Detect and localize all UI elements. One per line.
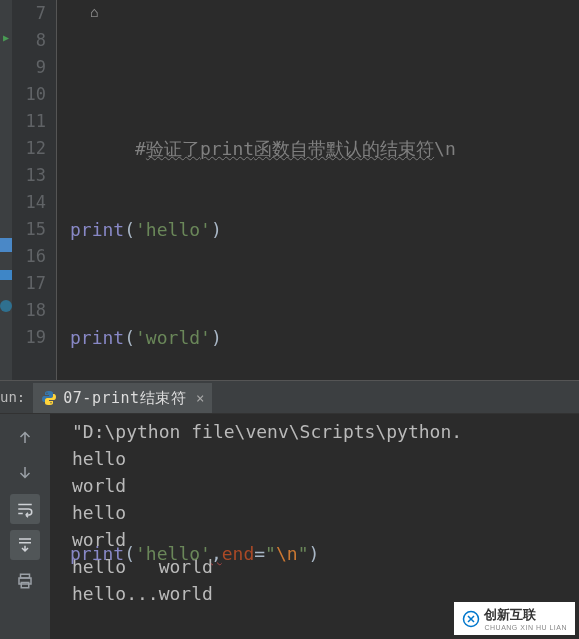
comment-text: \n <box>434 138 456 159</box>
line-number: 14 <box>12 189 46 216</box>
line-number: 13 <box>12 162 46 189</box>
scroll-to-end-button[interactable] <box>10 530 40 560</box>
comment-text: 函数自带默认的结束符 <box>254 138 434 159</box>
code-line: print('hello',end="\n") <box>60 540 579 567</box>
kwarg: end <box>222 543 255 564</box>
step-up-button[interactable] <box>10 422 40 452</box>
line-number: 15 <box>12 216 46 243</box>
code-editor[interactable]: ▶ 7 8 9 10 11 12 13 14 15 16 17 18 19 ⌂ … <box>0 0 579 380</box>
run-marker-icon[interactable]: ▶ <box>0 27 12 47</box>
line-number: 7 <box>12 0 46 27</box>
fn-call: print <box>70 219 124 240</box>
code-line <box>60 432 579 459</box>
line-number: 9 <box>12 54 46 81</box>
code-text-area[interactable]: #验证了print函数自带默认的结束符\n print('hello') pri… <box>56 0 579 380</box>
code-line: print('world') <box>60 324 579 351</box>
marker-stripe-icon <box>0 270 12 280</box>
marker-circle-icon <box>0 300 12 312</box>
marker-blue <box>0 238 12 252</box>
comment-text: 验证了 <box>146 138 200 159</box>
line-number: 17 <box>12 270 46 297</box>
line-number: 18 <box>12 297 46 324</box>
line-number: 11 <box>12 108 46 135</box>
indent-guide <box>56 0 57 380</box>
line-number: 8 <box>12 27 46 54</box>
brand-text-cn: 创新互联 <box>484 606 567 624</box>
watermark-logo: 创新互联 CHUANG XIN HU LIAN <box>454 602 575 635</box>
fn-call: print <box>70 327 124 348</box>
line-number: 19 <box>12 324 46 351</box>
line-number: 12 <box>12 135 46 162</box>
escape-seq: \n <box>276 543 298 564</box>
fn-call: print <box>70 543 124 564</box>
string-literal: 'hello' <box>135 219 211 240</box>
comment-text: # <box>135 138 146 159</box>
step-down-button[interactable] <box>10 458 40 488</box>
print-button[interactable] <box>10 566 40 596</box>
brand-icon <box>462 610 480 628</box>
line-number: 10 <box>12 81 46 108</box>
string-literal: 'world' <box>135 327 211 348</box>
soft-wrap-button[interactable] <box>10 494 40 524</box>
editor-marker-strip: ▶ <box>0 0 12 380</box>
line-number-gutter: 7 8 9 10 11 12 13 14 15 16 17 18 19 <box>12 0 56 380</box>
comment-text: print <box>200 138 254 159</box>
brand-text-py: CHUANG XIN HU LIAN <box>484 624 567 631</box>
code-line: print('hello') <box>60 216 579 243</box>
console-toolbar <box>0 414 50 639</box>
line-number: 16 <box>12 243 46 270</box>
string-literal: 'hello' <box>135 543 211 564</box>
code-line: #验证了print函数自带默认的结束符\n <box>60 108 579 135</box>
python-file-icon <box>41 390 57 406</box>
run-label: un: <box>0 389 33 405</box>
